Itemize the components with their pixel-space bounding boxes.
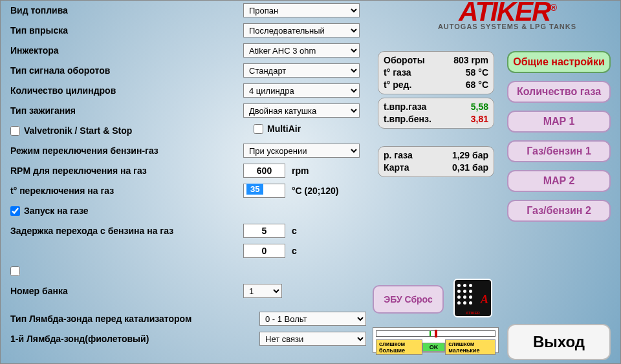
checkbox-multiair[interactable]: MultiAir [254,123,383,134]
label-lambda1: 1-й Лямбда-зонд(фиолетовый) [10,334,259,344]
select-rpm-signal[interactable]: Стандарт [243,63,360,78]
readout-pressures: р. газа1,29 бар Карта0,31 бар [378,146,494,177]
label-ign-type: Тип зажигания [10,105,243,116]
nav-gas-qty[interactable]: Количество газа [507,81,611,103]
select-inj-type[interactable]: Последовательный [243,23,360,37]
brand-header: ATIKER® AUTOGAS SYSTEMS & LPG TANKS [410,1,604,30]
label-injectors: Инжектора [10,45,243,56]
unit-sec1: с [292,226,297,236]
nav-buttons: Общие настройки Количество газа MAP 1 Га… [507,51,611,222]
settings-form: Вид топлива Пропан Тип впрыска Последова… [10,1,373,349]
device-icon[interactable]: A ATIKER [453,279,492,317]
select-lambda-type[interactable]: 0 - 1 Вольт [259,312,366,326]
select-ign-type[interactable]: Двойная катушка [243,103,360,118]
brand-tagline: AUTOGAS SYSTEMS & LPG TANKS [410,23,604,30]
nav-gb1[interactable]: Газ/бензин 1 [507,140,611,162]
input-t-switch[interactable]: 35 [243,184,285,198]
label-lambda-type: Тип Лямбда-зонда перед катализатором [10,314,259,324]
gauge-bar [376,330,496,337]
ecu-reset-button[interactable]: ЭБУ Сброс [373,285,444,314]
select-injectors[interactable]: Atiker AHC 3 ohm [243,43,360,58]
checkbox-start-on-gas[interactable]: Запуск на газе [10,206,89,216]
gauge-too-small: слишком маленькие [445,339,496,355]
select-fuel-type[interactable]: Пропан [243,3,360,17]
readout-inj-times: t.впр.газа5,58 t.впр.бенз.3,81 [378,98,494,129]
label-bank-no: Номер банка [10,286,243,296]
nav-general[interactable]: Общие настройки [507,51,611,73]
input-rpm-switch[interactable] [243,164,285,178]
gauge-ok: OK [422,343,446,352]
brand-logo: ATIKER® [410,1,604,23]
select-bank-no[interactable]: 1 [243,284,282,298]
label-t-switch: t° переключения на газ [10,186,243,196]
nozzle-gauge: слишком большие OK слишком маленькие [373,327,499,353]
label-rpm-switch: RPM для переключения на газ [10,166,243,176]
label-cyl-count: Количество цилиндров [10,85,243,96]
select-lambda1[interactable]: Нет связи [259,332,366,346]
exit-button[interactable]: Выход [507,324,611,360]
readout-engine: Обороты803 rpm t° газа58 °C t° ред.68 °C [378,51,494,94]
label-delay-pg: Задержка перехода с бензина на газ [10,226,243,236]
unit-rpm: rpm [292,166,309,176]
label-switch-mode: Режим переключения бензин-газ [10,145,243,156]
select-switch-mode[interactable]: При ускорении [243,144,360,158]
label-rpm-signal: Тип сигнала оборотов [10,65,243,76]
unit-sec2: с [292,246,297,256]
checkbox-unnamed[interactable] [10,266,24,276]
gauge-too-big: слишком большие [376,339,422,355]
select-cyl-count[interactable]: 4 цилиндра [243,83,360,98]
nav-map2[interactable]: MAP 2 [507,170,611,192]
input-delay1[interactable] [243,224,285,238]
label-fuel-type: Вид топлива [10,5,243,16]
label-inj-type: Тип впрыска [10,25,243,36]
nav-gb2[interactable]: Газ/бензин 2 [507,200,611,222]
nav-map1[interactable]: MAP 1 [507,111,611,133]
input-delay2[interactable] [243,244,285,258]
unit-t-range: °C (20;120) [292,186,339,196]
checkbox-valvetronik[interactable]: Valvetronik / Start & Stop [10,125,132,136]
